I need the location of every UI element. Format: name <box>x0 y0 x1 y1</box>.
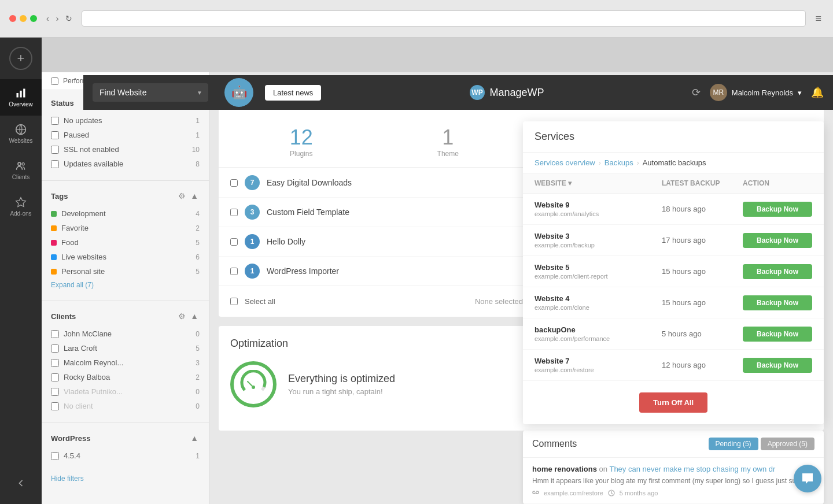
website7-info: Website 7 example.com/restore <box>535 357 662 373</box>
tag-item-live-websites[interactable]: Live websites 6 <box>51 250 200 264</box>
people-icon <box>15 160 27 172</box>
client-rocky-balboa[interactable]: Rocky Balboa 2 <box>51 370 200 384</box>
client-john-mcclane[interactable]: John McClane 0 <box>51 327 200 341</box>
wordpress-version-checkbox[interactable] <box>51 452 59 460</box>
edd-checkbox[interactable] <box>230 179 238 187</box>
cft-checkbox[interactable] <box>230 209 238 216</box>
updates-available-checkbox[interactable] <box>51 160 59 168</box>
clients-section: Clients ⚙ ▲ John McClane 0 Lara Croft <box>42 303 209 420</box>
header-logo: WP ManageWP <box>321 84 691 101</box>
personal-site-tag-dot <box>51 269 57 275</box>
backup-now-website7[interactable]: Backup Now <box>743 358 812 373</box>
website-column-header[interactable]: Website ▾ <box>535 179 662 187</box>
select-all-checkbox[interactable] <box>230 298 238 305</box>
backup-now-website9[interactable]: Backup Now <box>743 202 812 217</box>
vladeta-checkbox[interactable] <box>51 388 59 396</box>
star-icon <box>15 197 27 208</box>
turn-off-all-button[interactable]: Turn Off All <box>639 392 707 413</box>
tag-item-food[interactable]: Food 5 <box>51 235 200 250</box>
updates-available-label: Updates available <box>64 160 183 168</box>
browser-menu-button[interactable]: ≡ <box>813 10 824 27</box>
client-malcolm-reynolds[interactable]: Malcolm Reynol... 3 <box>51 355 200 370</box>
tag-item-personal-site[interactable]: Personal site 5 <box>51 264 200 279</box>
expand-all-button[interactable]: Expand all (7) <box>51 279 94 291</box>
cft-badge: 3 <box>245 205 260 220</box>
browser-url-bar[interactable] <box>82 10 806 27</box>
approved-tab[interactable]: Approved (5) <box>761 438 814 450</box>
sidebar-item-overview[interactable]: Overview <box>0 79 42 116</box>
live-websites-count: 6 <box>188 253 200 261</box>
clients-section-title: Clients <box>51 312 76 321</box>
add-button[interactable]: + <box>9 47 32 70</box>
theme-count: 1 <box>377 125 519 150</box>
plugins-label: Plugins <box>230 150 373 158</box>
backup-now-website5[interactable]: Backup Now <box>743 264 812 279</box>
browser-back-button[interactable]: ‹ <box>44 12 51 25</box>
tag-item-development[interactable]: Development 4 <box>51 206 200 221</box>
latest-news-button[interactable]: Latest news <box>265 85 321 101</box>
no-updates-checkbox[interactable] <box>51 117 59 125</box>
arrow-left-icon <box>15 477 27 489</box>
tags-settings-button[interactable]: ⚙ <box>177 190 187 202</box>
malcolm-reynolds-checkbox[interactable] <box>51 359 59 367</box>
backup-now-backupone[interactable]: Backup Now <box>743 327 812 342</box>
paused-checkbox[interactable] <box>51 131 59 139</box>
wp-importer-checkbox[interactable] <box>230 268 238 275</box>
sidebar-hide-filters[interactable] <box>13 469 29 497</box>
backupone-time: 5 hours ago <box>662 329 743 338</box>
tag-item-favorite[interactable]: Favorite 2 <box>51 221 200 235</box>
comment-text: Hmm it appears like your blog ate my fir… <box>532 476 814 486</box>
sidebar-clients-label: Clients <box>12 174 30 180</box>
services-overview-link[interactable]: Services overview <box>535 158 595 167</box>
filter-item-updates-available[interactable]: Updates available 8 <box>51 157 200 171</box>
client-lara-croft[interactable]: Lara Croft 5 <box>51 341 200 355</box>
user-avatar: MR <box>710 84 727 101</box>
paused-count: 1 <box>188 131 200 139</box>
filter-item-no-updates[interactable]: No updates 1 <box>51 113 200 128</box>
wordpress-version-item[interactable]: 4.5.4 1 <box>51 449 200 463</box>
comments-tabs: Pending (5) Approved (5) <box>709 438 814 450</box>
browser-forward-button[interactable]: › <box>54 12 61 25</box>
pending-tab[interactable]: Pending (5) <box>709 438 758 450</box>
website4-time: 15 hours ago <box>662 298 743 307</box>
header-refresh-button[interactable]: ⟳ <box>692 86 701 99</box>
svg-rect-1 <box>20 91 21 98</box>
browser-refresh-button[interactable]: ↻ <box>63 12 75 25</box>
tags-collapse-button[interactable]: ▲ <box>189 190 200 202</box>
hello-dolly-checkbox[interactable] <box>230 238 238 246</box>
backup-now-website4[interactable]: Backup Now <box>743 295 812 310</box>
website7-url: example.com/restore <box>535 366 662 373</box>
favorite-tag-dot <box>51 225 57 231</box>
filter-item-paused[interactable]: Paused 1 <box>51 128 200 142</box>
header-user[interactable]: MR Malcolm Reynolds ▾ <box>710 84 802 101</box>
backups-link[interactable]: Backups <box>605 158 633 167</box>
personal-site-label: Personal site <box>61 267 183 276</box>
clients-collapse-button[interactable]: ▲ <box>189 310 200 322</box>
filter-item-ssl[interactable]: SSL not enabled 10 <box>51 142 200 157</box>
chat-button[interactable] <box>794 465 821 492</box>
notification-bell-button[interactable]: 🔔 <box>811 86 824 99</box>
comment-post[interactable]: They can never make me stop chasing my o… <box>609 465 775 473</box>
john-mcclane-checkbox[interactable] <box>51 330 59 338</box>
ssl-checkbox[interactable] <box>51 146 59 154</box>
website9-time: 18 hours ago <box>662 205 743 213</box>
clients-settings-button[interactable]: ⚙ <box>177 310 187 322</box>
comment-footer: example.com/restore 5 months ago <box>532 490 814 496</box>
no-client-checkbox[interactable] <box>51 402 59 410</box>
find-website-select[interactable]: Find Website <box>93 83 208 102</box>
svg-point-5 <box>22 163 24 165</box>
backup-now-website3[interactable]: Backup Now <box>743 233 812 248</box>
rocky-balboa-checkbox[interactable] <box>51 373 59 381</box>
food-tag-dot <box>51 240 57 246</box>
select-all-label: Select all <box>245 297 275 306</box>
website3-time: 17 hours ago <box>662 236 743 244</box>
performance-checkbox[interactable] <box>51 77 58 85</box>
sidebar-item-clients[interactable]: Clients <box>0 152 42 188</box>
sidebar-item-websites[interactable]: Websites <box>0 116 42 152</box>
hide-filters-button[interactable]: Hide filters <box>42 470 93 487</box>
wordpress-collapse-button[interactable]: ▲ <box>189 432 200 444</box>
service-row-website9: Website 9 example.com/analytics 18 hours… <box>523 194 824 225</box>
sidebar-item-addons[interactable]: Add-ons <box>0 188 42 225</box>
main-content: Performance Ch... 2 Status ▲ No updates … <box>42 72 833 504</box>
lara-croft-checkbox[interactable] <box>51 344 59 353</box>
